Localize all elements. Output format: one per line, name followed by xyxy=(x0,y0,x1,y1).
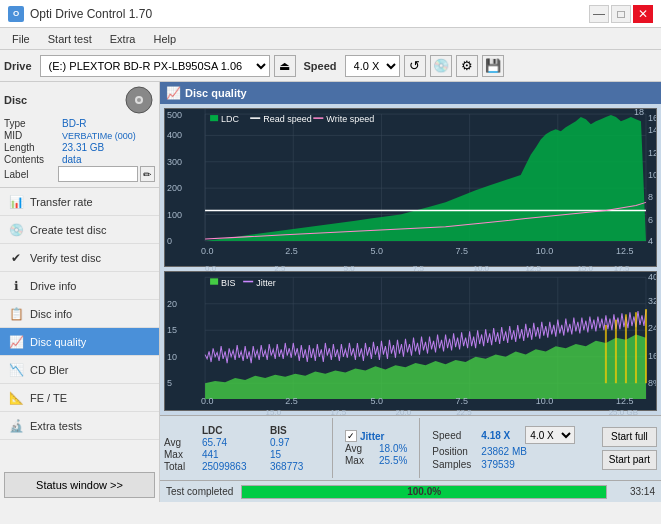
sidebar-item-verify-test-disc[interactable]: ✔ Verify test disc xyxy=(0,244,159,272)
svg-rect-38 xyxy=(210,115,218,121)
sidebar-item-drive-info-label: Drive info xyxy=(30,280,76,292)
divider-1 xyxy=(332,418,333,478)
sidebar-item-create-test-disc[interactable]: 💿 Create test disc xyxy=(0,216,159,244)
svg-text:8%: 8% xyxy=(648,378,656,388)
speed-value: 4.18 X xyxy=(481,430,521,441)
avg-bis-value: 0.97 xyxy=(270,437,320,448)
sidebar-item-drive-info[interactable]: ℹ Drive info xyxy=(0,272,159,300)
refresh-button[interactable]: ↺ xyxy=(404,55,426,77)
ldc-header-label: LDC xyxy=(202,425,262,436)
sidebar-item-disc-quality[interactable]: 📈 Disc quality xyxy=(0,328,159,356)
sidebar-item-cd-bler[interactable]: 📉 CD Bler xyxy=(0,356,159,384)
settings-button[interactable]: ⚙ xyxy=(456,55,478,77)
jitter-max-value: 25.5% xyxy=(379,455,407,466)
svg-text:8: 8 xyxy=(648,192,653,202)
status-text: Test completed xyxy=(166,486,233,497)
svg-text:40%: 40% xyxy=(648,273,656,283)
ldc-col-header xyxy=(164,425,194,436)
maximize-button[interactable]: □ xyxy=(611,5,631,23)
max-ldc-value: 441 xyxy=(202,449,262,460)
elapsed-time: 33:14 xyxy=(615,486,655,497)
fe-te-icon: 📐 xyxy=(8,390,24,406)
disc-label-label: Label xyxy=(4,169,58,180)
svg-text:16: 16 xyxy=(648,113,656,123)
menu-extra[interactable]: Extra xyxy=(102,31,144,47)
progress-bar: 100.0% xyxy=(241,485,607,499)
save-button[interactable]: 💾 xyxy=(482,55,504,77)
svg-text:BIS: BIS xyxy=(221,278,236,288)
status-window-button[interactable]: Status window >> xyxy=(4,472,155,498)
title-bar: O Opti Drive Control 1.70 — □ ✕ xyxy=(0,0,661,28)
sidebar-item-fe-te-label: FE / TE xyxy=(30,392,67,404)
drive-select[interactable]: (E:) PLEXTOR BD-R PX-LB950SA 1.06 xyxy=(40,55,270,77)
start-full-button[interactable]: Start full xyxy=(602,427,657,447)
sidebar-item-disc-info[interactable]: 📋 Disc info xyxy=(0,300,159,328)
sidebar-item-fe-te[interactable]: 📐 FE / TE xyxy=(0,384,159,412)
svg-text:2.5: 2.5 xyxy=(285,396,298,406)
jitter-avg-label: Avg xyxy=(345,443,375,454)
close-button[interactable]: ✕ xyxy=(633,5,653,23)
sidebar: Disc Type BD-R MID VERBATIMe (000) Leng xyxy=(0,82,160,502)
svg-text:500: 500 xyxy=(167,110,182,120)
eject-button[interactable]: ⏏ xyxy=(274,55,296,77)
content-area: 📈 Disc quality xyxy=(160,82,661,502)
svg-text:6: 6 xyxy=(648,215,653,225)
disc-label-edit-button[interactable]: ✏ xyxy=(140,166,155,182)
drive-info-icon: ℹ xyxy=(8,278,24,294)
menu-file[interactable]: File xyxy=(4,31,38,47)
menu-start-test[interactable]: Start test xyxy=(40,31,100,47)
app-title: Opti Drive Control 1.70 xyxy=(30,7,152,21)
svg-text:15: 15 xyxy=(167,326,177,336)
divider-2 xyxy=(419,418,420,478)
disc-section-label: Disc xyxy=(4,94,27,106)
speed-select-stats[interactable]: 4.0 X xyxy=(525,426,575,444)
total-bis-value: 368773 xyxy=(270,461,320,472)
svg-text:5.0: 5.0 xyxy=(370,396,383,406)
samples-value: 379539 xyxy=(481,459,514,470)
jitter-avg-value: 18.0% xyxy=(379,443,407,454)
sidebar-item-cd-bler-label: CD Bler xyxy=(30,364,69,376)
disc-button[interactable]: 💿 xyxy=(430,55,452,77)
drive-toolbar: Drive (E:) PLEXTOR BD-R PX-LB950SA 1.06 … xyxy=(0,50,661,82)
menu-help[interactable]: Help xyxy=(145,31,184,47)
sidebar-item-extra-tests-label: Extra tests xyxy=(30,420,82,432)
disc-info-icon: 📋 xyxy=(8,306,24,322)
samples-label: Samples xyxy=(432,459,477,470)
disc-type-value: BD-R xyxy=(62,118,155,129)
extra-tests-icon: 🔬 xyxy=(8,418,24,434)
svg-text:0.0: 0.0 xyxy=(201,396,214,406)
start-part-button[interactable]: Start part xyxy=(602,450,657,470)
svg-text:LDC: LDC xyxy=(221,114,239,124)
svg-text:10.0: 10.0 xyxy=(536,246,554,256)
verify-test-disc-icon: ✔ xyxy=(8,250,24,266)
svg-text:5: 5 xyxy=(167,378,172,388)
disc-type-label: Type xyxy=(4,118,62,129)
svg-text:12.5: 12.5 xyxy=(616,246,634,256)
disc-label-input[interactable] xyxy=(58,166,138,182)
svg-text:7.5: 7.5 xyxy=(456,396,469,406)
total-ldc-value: 25099863 xyxy=(202,461,262,472)
top-chart: 0 100 200 300 400 500 4 6 8 10 12 14 16 … xyxy=(164,108,657,267)
sidebar-item-transfer-rate[interactable]: 📊 Transfer rate xyxy=(0,188,159,216)
sidebar-item-extra-tests[interactable]: 🔬 Extra tests xyxy=(0,412,159,440)
svg-text:400: 400 xyxy=(167,130,182,140)
bottom-chart: 5 10 15 20 8% 16% 24% 32% 40% 0.0 2.5 5.… xyxy=(164,271,657,411)
sidebar-item-transfer-rate-label: Transfer rate xyxy=(30,196,93,208)
svg-text:12: 12 xyxy=(648,148,656,158)
svg-text:5.0: 5.0 xyxy=(370,246,383,256)
svg-text:10.0: 10.0 xyxy=(536,396,554,406)
jitter-checkbox[interactable]: ✓ xyxy=(345,430,357,442)
svg-text:100: 100 xyxy=(167,210,182,220)
disc-icon xyxy=(125,86,153,114)
charts-area: 0 100 200 300 400 500 4 6 8 10 12 14 16 … xyxy=(160,104,661,415)
svg-text:0: 0 xyxy=(167,236,172,246)
progress-percent: 100.0% xyxy=(242,486,606,498)
speed-select[interactable]: 4.0 X xyxy=(345,55,400,77)
speed-position-section: Speed 4.18 X 4.0 X Position 23862 MB Sam… xyxy=(432,426,594,470)
disc-length-label: Length xyxy=(4,142,62,153)
transfer-rate-icon: 📊 xyxy=(8,194,24,210)
position-label: Position xyxy=(432,446,477,457)
svg-text:14: 14 xyxy=(648,125,656,135)
minimize-button[interactable]: — xyxy=(589,5,609,23)
disc-contents-label: Contents xyxy=(4,154,62,165)
